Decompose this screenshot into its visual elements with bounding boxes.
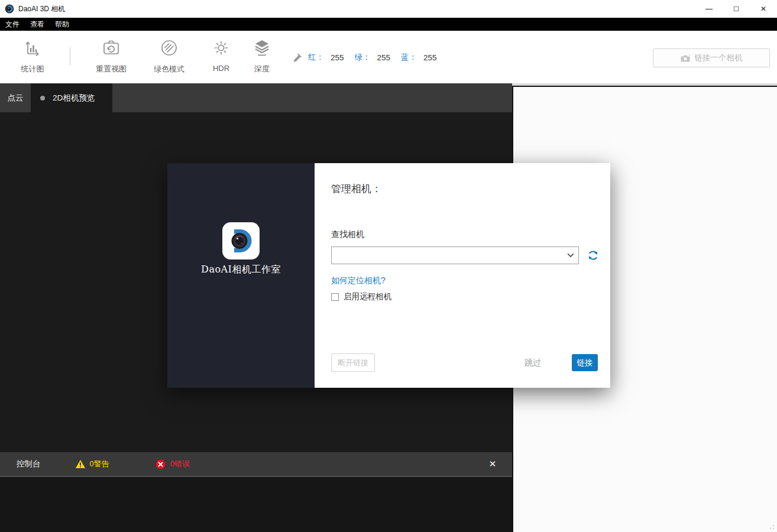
console-bar: 控制台 0警告 0错误 ✕ [0,452,512,476]
eyedropper-icon [292,53,302,63]
rgb-green: 绿： 255 [355,52,391,63]
tab-2d-camera-preview-label: 2D相机预览 [53,93,95,103]
disconnect-button[interactable]: 断开链接 [331,353,375,372]
histogram-icon [22,38,43,58]
rgb-red: 红： 255 [308,52,344,63]
console-output-area[interactable] [0,476,512,532]
green-label: 绿： [355,52,371,63]
menu-bar: 文件 查看 帮助 [0,18,777,31]
tab-point-cloud-label: 点云 [8,93,24,103]
toolbar-depth-button[interactable]: 深度 [237,37,287,74]
blue-value: 255 [423,53,437,62]
find-camera-label: 查找相机 [331,229,364,240]
dialog-content-panel: 管理相机： 查找相机 如何定位相机? 启用远程相机 断开链接 [315,163,610,388]
menu-help[interactable]: 帮助 [50,18,75,31]
hdr-icon [211,38,231,58]
green-mode-icon [159,38,179,58]
depth-icon [252,38,272,58]
remote-camera-checkbox[interactable] [331,293,339,301]
reset-view-icon [101,38,122,58]
rgb-readout: 红： 255 绿： 255 蓝： 255 [292,52,448,63]
title-bar: DaoAI 3D 相机 — ☐ ✕ [0,0,777,18]
toolbar-green-mode-button[interactable]: 绿色模式 [144,37,194,74]
minimize-button[interactable]: — [695,0,723,18]
refresh-cameras-button[interactable] [587,249,600,262]
rgb-blue: 蓝： 255 [401,52,437,63]
toolbar-reset-view-button[interactable]: 重置视图 [86,37,136,74]
menu-view[interactable]: 查看 [25,18,50,31]
console-warnings[interactable]: 0警告 [75,459,109,469]
combo-dropdown-button[interactable] [563,253,578,258]
toolbar-reset-view-label: 重置视图 [86,64,136,74]
daoai-logo-icon [222,222,260,259]
camera-select-input[interactable] [332,247,563,264]
close-button[interactable]: ✕ [750,0,777,18]
red-value: 255 [331,53,344,62]
console-errors-label: 0错误 [170,459,190,469]
tab-point-cloud[interactable]: 点云 [0,83,31,112]
console-title: 控制台 [17,459,41,469]
toolbar-green-mode-label: 绿色模式 [144,64,194,74]
connect-a-camera-label: 链接一个相机 [695,53,743,63]
skip-button[interactable]: 跳过 [525,358,541,368]
window-title: DaoAI 3D 相机 [18,4,65,14]
red-label: 红： [308,52,324,63]
view-tab-bar: 点云 2D相机预览 [0,83,512,112]
warning-icon [75,459,86,469]
camera-select-combobox[interactable] [331,246,579,264]
error-icon [156,459,166,469]
toolbar-histogram-button[interactable]: 统计图 [8,37,57,74]
green-value: 255 [377,53,391,62]
manage-camera-dialog: DaoAI相机工作室 管理相机： 查找相机 如何定位相机? 启用远程相机 [167,163,610,388]
toolbar-separator [70,47,70,65]
camera-icon [681,54,691,63]
toolbar-histogram-label: 统计图 [8,64,57,74]
dialog-footer: 断开链接 跳过 链接 [331,353,598,372]
dialog-brand-panel: DaoAI相机工作室 [167,163,315,388]
menu-file[interactable]: 文件 [0,18,25,31]
console-warnings-label: 0警告 [90,459,109,469]
tab-status-dot-icon [40,96,45,100]
dialog-title: 管理相机： [331,182,381,196]
resize-grip-icon[interactable] [768,523,775,530]
console-close-button[interactable]: ✕ [486,459,499,469]
maximize-button[interactable]: ☐ [723,0,750,18]
blue-label: 蓝： [401,52,417,63]
app-logo-icon [5,4,14,14]
remote-camera-row: 启用远程相机 [331,291,391,302]
connect-a-camera-button[interactable]: 链接一个相机 [653,48,770,67]
console-errors[interactable]: 0错误 [156,459,190,469]
how-to-locate-camera-link[interactable]: 如何定位相机? [331,275,386,286]
tab-2d-camera-preview[interactable]: 2D相机预览 [31,83,112,112]
window-controls: — ☐ ✕ [695,0,777,18]
toolbar-depth-label: 深度 [237,64,287,74]
chevron-down-icon [567,253,574,258]
connect-button[interactable]: 链接 [572,354,598,371]
toolbar: 统计图 重置视图 [0,31,777,83]
remote-camera-label: 启用远程相机 [344,291,391,302]
brand-name: DaoAI相机工作室 [167,264,315,276]
